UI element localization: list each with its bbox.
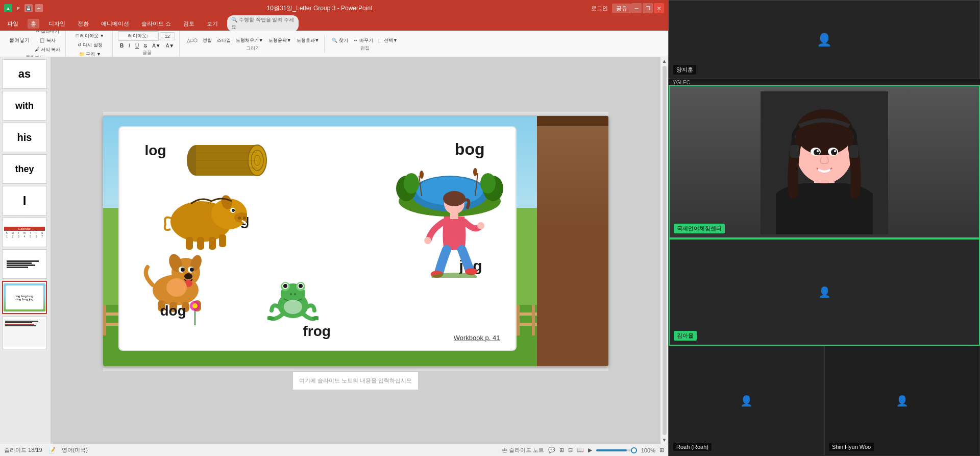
svg-point-56: [473, 168, 477, 176]
svg-point-107: [192, 303, 198, 308]
search-bar[interactable]: 🔍 수행할 작업을 알려 주세요: [227, 15, 299, 32]
svg-point-117: [831, 149, 837, 155]
normal-view-btn[interactable]: ⊞: [559, 447, 564, 453]
slide-panel[interactable]: 11 as 12 with 13 his 14 they 15 I: [0, 57, 51, 444]
font-color-btn[interactable]: A▼: [150, 42, 163, 50]
barn-wall: [537, 116, 608, 366]
svg-rect-113: [849, 145, 859, 158]
workbook-ref: Workbook p. 41: [454, 334, 500, 342]
svg-point-61: [243, 217, 246, 220]
vertical-scrollbar[interactable]: ▲ ▼: [660, 57, 668, 444]
slide-thumb-19[interactable]: 19: [2, 316, 47, 349]
svg-point-70: [443, 191, 465, 206]
menu-review[interactable]: 검토: [180, 19, 198, 29]
svg-point-71: [424, 237, 431, 244]
new-slide-btn[interactable]: □ 새 슬라이드 ▼: [71, 31, 109, 31]
zoom-level: 100%: [641, 447, 655, 453]
layout-btn[interactable]: □ 레이아웃 ▼: [71, 32, 109, 40]
edit-label: 편집: [360, 45, 370, 52]
slideshow-btn[interactable]: ▶: [588, 447, 592, 453]
menu-view[interactable]: 보기: [204, 19, 221, 29]
restore-btn[interactable]: ❐: [643, 3, 653, 13]
slide-thumb-13[interactable]: 13 his: [2, 123, 47, 152]
participant-shin-hyun-woo: 👤 Shin Hyun Woo: [824, 346, 980, 455]
zoom-slider[interactable]: [596, 449, 637, 451]
select-btn[interactable]: ⬚ 선택▼: [376, 36, 400, 45]
comments-btn[interactable]: 💬: [548, 447, 555, 453]
share-btn[interactable]: 공유: [612, 4, 631, 13]
bold-btn[interactable]: B: [118, 42, 126, 50]
slide-label-his: his: [17, 132, 32, 143]
replace-btn[interactable]: ↔ 바꾸기: [351, 36, 375, 45]
outline-btn[interactable]: 도형윤곽▼: [266, 36, 293, 45]
menu-design[interactable]: 디자인: [45, 19, 68, 29]
notes-area[interactable]: 여기에 슬라이드 노트의 내용을 입력하십시오: [293, 371, 418, 390]
menu-transitions[interactable]: 전환: [75, 19, 92, 29]
menu-animations[interactable]: 애니메이션: [98, 19, 132, 29]
minimize-btn[interactable]: ─: [631, 3, 642, 13]
jog-image: [419, 191, 490, 278]
format-painter-btn[interactable]: 🖌 서식 복사: [33, 45, 62, 54]
teacher-video-feed: [670, 86, 979, 237]
slide-thumb-15[interactable]: 15 I: [2, 186, 47, 215]
slide-group: □ 새 슬라이드 ▼ □ 레이아웃 ▼ ↺ 다시 설정 📁 구역 ▼ 슬라이드: [68, 31, 113, 57]
status-bar: 슬라이드 18/19 📝 영어(미국) 손 슬라이드 노트 💬 ⊞ ⊟ 📖 ▶ …: [0, 444, 668, 456]
window-title: 10월31일_Letter Group 3 - PowerPoint: [48, 4, 591, 13]
styles-btn[interactable]: 스타일: [215, 36, 233, 45]
section-btn[interactable]: 📁 구역 ▼: [71, 50, 109, 58]
cut-btn[interactable]: ✂ 잘라내기: [33, 31, 62, 36]
underline-btn[interactable]: U: [133, 42, 141, 50]
participant-kim-ayul: 👤 김아율: [669, 238, 980, 346]
participant-yangjihun: 👤 양지훈: [669, 0, 980, 79]
svg-point-119: [834, 150, 836, 152]
reading-view-btn[interactable]: 📖: [577, 447, 584, 453]
svg-point-63: [232, 209, 235, 212]
slide-thumb-14[interactable]: 14 they: [2, 154, 47, 184]
highlight-btn[interactable]: A▼: [164, 42, 177, 50]
main-content: 11 as 12 with 13 his 14 they 15 I: [0, 57, 668, 444]
svg-point-101: [294, 293, 296, 295]
fit-btn[interactable]: ⊞: [659, 447, 664, 453]
svg-point-50: [404, 173, 419, 194]
close-btn[interactable]: ✕: [654, 3, 664, 13]
font-size-btn[interactable]: 12: [160, 32, 175, 40]
svg-point-84: [190, 268, 194, 272]
flower-decoration: [187, 300, 203, 325]
quick-access[interactable]: 💾: [24, 4, 33, 12]
copy-btn[interactable]: 📋 복사: [33, 36, 62, 45]
slide-thumb-17[interactable]: 17: [2, 249, 47, 279]
jog-section: jog: [459, 257, 482, 275]
fill-btn[interactable]: 도형채우기▼: [234, 36, 265, 45]
slide-sorter-btn[interactable]: ⊟: [568, 447, 573, 453]
arrange-btn[interactable]: 정렬: [201, 36, 214, 45]
slide-thumb-16[interactable]: 16 Calendar SMTWTFS 1234567: [2, 218, 47, 247]
reset-btn[interactable]: ↺ 다시 설정: [71, 41, 109, 50]
login-btn[interactable]: 로그인: [591, 5, 608, 12]
svg-point-100: [290, 293, 292, 295]
find-btn[interactable]: 🔍 찾기: [330, 36, 350, 45]
effects-btn[interactable]: 도형효과▼: [295, 36, 322, 45]
italic-btn[interactable]: I: [127, 42, 132, 50]
slide-thumb-11[interactable]: 11 as: [2, 59, 47, 89]
main-slide[interactable]: log: [103, 116, 608, 366]
title-bar-icons: ▲ P 💾 ↩: [4, 4, 43, 12]
shapes-btn[interactable]: △□⬡: [185, 36, 199, 45]
svg-point-111: [795, 109, 853, 155]
slide-thumb-18[interactable]: 18 log bog hogdog frog jog: [2, 281, 47, 314]
menu-slideshow[interactable]: 슬라이드 쇼: [138, 19, 174, 29]
teacher-face-svg: [761, 91, 888, 234]
paste-btn[interactable]: 붙여넣기: [7, 31, 32, 54]
svg-rect-36: [532, 305, 535, 335]
content-box: log: [118, 126, 517, 351]
menu-file[interactable]: 파일: [4, 19, 21, 29]
slide-area: log: [51, 57, 660, 444]
notes-btn[interactable]: 손 슬라이드 노트: [502, 446, 544, 454]
strikethrough-btn[interactable]: S̶: [142, 42, 149, 50]
status-right: 손 슬라이드 노트 💬 ⊞ ⊟ 📖 ▶ 100% ⊞: [502, 446, 664, 454]
font-name-btn[interactable]: 레이아웃↓: [118, 31, 159, 41]
edit-group: 🔍 찾기 ↔ 바꾸기 ⬚ 선택▼ 편집: [327, 35, 402, 53]
drawing-group: △□⬡ 정렬 스타일 도형채우기▼ 도형윤곽▼ 도형효과▼ 그리기: [182, 35, 325, 53]
menu-home[interactable]: 홈: [28, 19, 39, 29]
undo-icon[interactable]: ↩: [35, 4, 43, 12]
slide-thumb-12[interactable]: 12 with: [2, 91, 47, 121]
